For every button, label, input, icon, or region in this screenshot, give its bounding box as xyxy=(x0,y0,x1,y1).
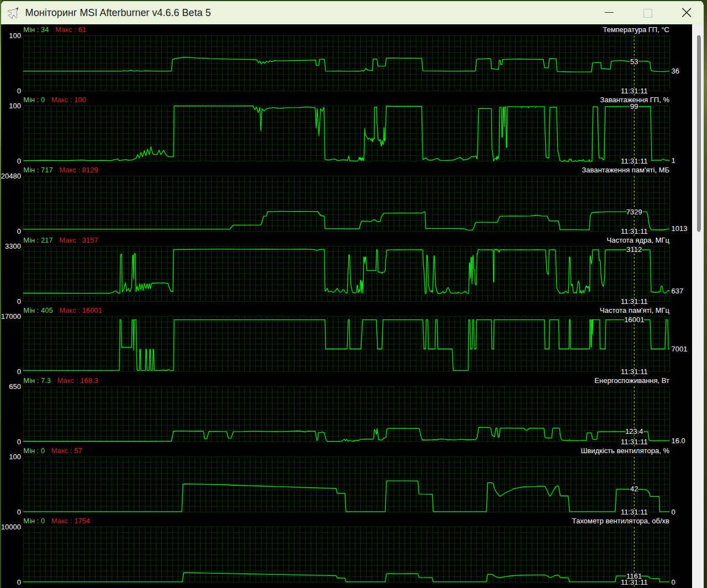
svg-text:42: 42 xyxy=(630,485,638,493)
svg-text:Мін : 7.3Макс : 168.3: Мін : 7.3Макс : 168.3 xyxy=(23,376,98,385)
svg-text:11:31:11: 11:31:11 xyxy=(621,87,648,95)
svg-text:53: 53 xyxy=(630,57,638,66)
svg-text:0: 0 xyxy=(672,578,675,586)
svg-text:11:31:11: 11:31:11 xyxy=(621,157,648,165)
svg-text:Мін : 34Макс : 61: Мін : 34Макс : 61 xyxy=(23,25,86,34)
svg-text:Мін : 0Макс : 100: Мін : 0Макс : 100 xyxy=(23,96,86,104)
svg-text:0: 0 xyxy=(17,578,21,586)
svg-text:Частота ядра, МГц: Частота ядра, МГц xyxy=(607,236,670,244)
svg-text:0: 0 xyxy=(17,368,21,376)
svg-text:Мін : 0Макс : 57: Мін : 0Макс : 57 xyxy=(23,447,82,455)
svg-text:100: 100 xyxy=(9,453,21,461)
svg-text:3112: 3112 xyxy=(626,245,642,254)
svg-text:1: 1 xyxy=(672,156,675,165)
svg-text:17000: 17000 xyxy=(1,312,21,321)
svg-text:36: 36 xyxy=(672,67,679,75)
svg-text:Мін : 717Макс : 8129: Мін : 717Макс : 8129 xyxy=(23,166,98,174)
svg-text:Частота пам'яті, МГц: Частота пам'яті, МГц xyxy=(600,306,669,314)
svg-text:Мін : 405Макс : 16001: Мін : 405Макс : 16001 xyxy=(23,306,102,314)
svg-text:10000: 10000 xyxy=(1,523,21,531)
svg-text:1013: 1013 xyxy=(672,224,688,233)
svg-text:Температура ГП, °C: Температура ГП, °C xyxy=(603,25,669,34)
svg-text:100: 100 xyxy=(9,102,21,110)
svg-text:Швидкість вентилятора, %: Швидкість вентилятора, % xyxy=(581,447,670,455)
svg-text:16.0: 16.0 xyxy=(672,437,685,445)
svg-text:0: 0 xyxy=(17,297,21,306)
svg-text:Енергоспоживання, Вт: Енергоспоживання, Вт xyxy=(595,376,669,385)
svg-text:20480: 20480 xyxy=(1,172,21,180)
svg-text:0: 0 xyxy=(17,508,21,516)
svg-text:0: 0 xyxy=(17,438,21,446)
svg-text:0: 0 xyxy=(17,157,21,165)
svg-text:Мін : 217Макс : 3157: Мін : 217Макс : 3157 xyxy=(23,236,98,244)
svg-text:0: 0 xyxy=(17,87,21,95)
svg-text:11:31:11: 11:31:11 xyxy=(621,227,648,235)
svg-text:100: 100 xyxy=(9,32,21,40)
svg-text:650: 650 xyxy=(9,382,21,391)
svg-text:7329: 7329 xyxy=(626,208,642,216)
svg-text:Моніторинг MSI Afterburner v4.: Моніторинг MSI Afterburner v4.6.6 Beta 5 xyxy=(25,7,211,18)
svg-text:99: 99 xyxy=(630,102,638,111)
svg-text:7001: 7001 xyxy=(672,345,688,353)
svg-text:16001: 16001 xyxy=(624,316,644,324)
svg-text:11:31:11: 11:31:11 xyxy=(621,508,648,516)
svg-text:11:31:11: 11:31:11 xyxy=(621,368,648,376)
svg-text:Завантаження пам'яті, МБ: Завантаження пам'яті, МБ xyxy=(582,166,669,174)
svg-text:3300: 3300 xyxy=(5,242,21,250)
svg-text:11:31:11: 11:31:11 xyxy=(621,438,648,446)
svg-text:0: 0 xyxy=(672,508,675,516)
svg-text:637: 637 xyxy=(672,287,684,295)
svg-text:123.4: 123.4 xyxy=(625,427,643,435)
svg-text:Тахометр вентилятора, об/хв: Тахометр вентилятора, об/хв xyxy=(572,517,669,525)
svg-text:1161: 1161 xyxy=(626,572,642,580)
svg-text:Мін : 0Макс : 1754: Мін : 0Макс : 1754 xyxy=(23,517,90,525)
svg-text:11:31:11: 11:31:11 xyxy=(621,297,648,306)
svg-text:0: 0 xyxy=(17,227,21,235)
